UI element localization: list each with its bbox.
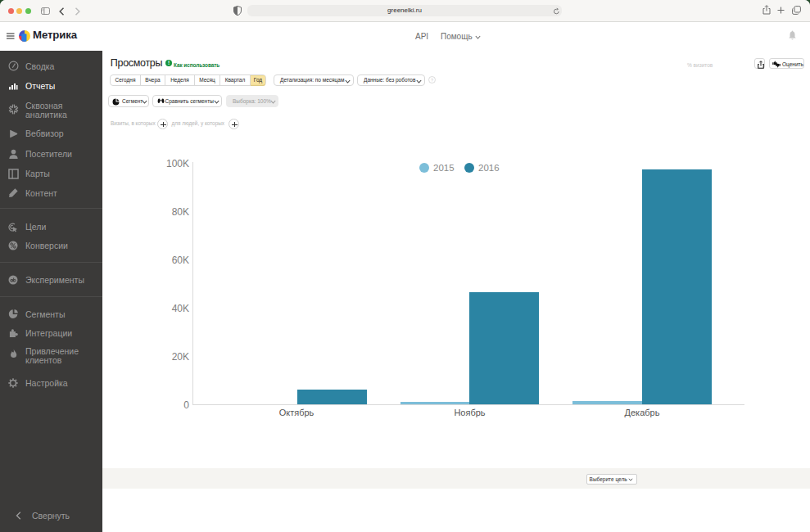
- svg-text:?: ?: [431, 78, 433, 83]
- svg-text:!: !: [168, 60, 170, 65]
